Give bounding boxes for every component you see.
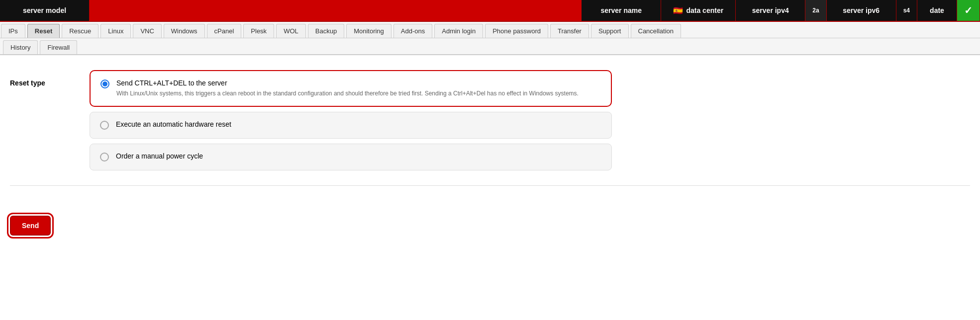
send-button[interactable]: Send bbox=[10, 216, 51, 236]
header-bar: server model server name 🇪🇸 data center … bbox=[0, 0, 980, 22]
header-spacer bbox=[90, 0, 582, 21]
divider bbox=[10, 185, 970, 186]
tab-plesk[interactable]: Plesk bbox=[243, 24, 274, 38]
tab-reset[interactable]: Reset bbox=[27, 24, 60, 38]
data-center-label: data center bbox=[686, 6, 723, 14]
tab-windows[interactable]: Windows bbox=[164, 24, 205, 38]
date-cell: date bbox=[917, 0, 957, 21]
ipv6-suffix-cell: s4 bbox=[896, 0, 917, 21]
server-model-label: server model bbox=[23, 6, 66, 14]
server-ipv4-label: server ipv4 bbox=[752, 6, 789, 14]
tab-linux[interactable]: Linux bbox=[100, 24, 131, 38]
tab-monitoring[interactable]: Monitoring bbox=[346, 24, 392, 38]
tab-row-2: HistoryFirewall bbox=[0, 38, 980, 55]
reset-option-ctrl-alt-del[interactable]: Send CTRL+ALT+DEL to the serverWith Linu… bbox=[90, 70, 612, 107]
ipv6-prefix: 2a bbox=[812, 7, 819, 14]
server-ipv6-label: server ipv6 bbox=[843, 6, 880, 14]
ipv6-suffix: s4 bbox=[903, 7, 910, 14]
tab-firewall[interactable]: Firewall bbox=[40, 40, 77, 54]
tab-transfer[interactable]: Transfer bbox=[550, 24, 589, 38]
tab-phone-password[interactable]: Phone password bbox=[485, 24, 548, 38]
radio-hardware-reset[interactable] bbox=[100, 121, 109, 130]
reset-option-power-cycle[interactable]: Order a manual power cycle bbox=[90, 144, 612, 170]
option-title-hardware-reset: Execute an automatic hardware reset bbox=[116, 120, 601, 128]
tab-ips[interactable]: IPs bbox=[1, 24, 25, 38]
tab-wol[interactable]: WOL bbox=[276, 24, 306, 38]
send-section: Send bbox=[0, 211, 980, 240]
main-content: Reset type Send CTRL+ALT+DEL to the serv… bbox=[0, 55, 980, 211]
server-model-cell: server model bbox=[0, 0, 90, 21]
tab-vnc[interactable]: VNC bbox=[133, 24, 161, 38]
data-center-flag: 🇪🇸 bbox=[673, 6, 683, 15]
tab-support[interactable]: Support bbox=[591, 24, 629, 38]
ipv6-prefix-cell: 2a bbox=[805, 0, 826, 21]
reset-section: Reset type Send CTRL+ALT+DEL to the serv… bbox=[10, 70, 970, 175]
radio-ctrl-alt-del[interactable] bbox=[100, 80, 109, 88]
data-center-cell: 🇪🇸 data center bbox=[661, 0, 736, 21]
tab-admin-login[interactable]: Admin login bbox=[434, 24, 483, 38]
tab-cancellation[interactable]: Cancellation bbox=[631, 24, 682, 38]
reset-option-hardware-reset[interactable]: Execute an automatic hardware reset bbox=[90, 112, 612, 139]
option-desc-ctrl-alt-del: With Linux/Unix systems, this triggers a… bbox=[116, 89, 601, 98]
tab-add-ons[interactable]: Add-ons bbox=[393, 24, 432, 38]
server-ipv4-cell: server ipv4 bbox=[736, 0, 805, 21]
checkmark-cell[interactable]: ✓ bbox=[957, 0, 980, 21]
tab-history[interactable]: History bbox=[3, 40, 38, 54]
server-ipv6-cell: server ipv6 bbox=[827, 0, 896, 21]
tab-rescue[interactable]: Rescue bbox=[62, 24, 98, 38]
radio-power-cycle[interactable] bbox=[100, 153, 109, 161]
option-title-ctrl-alt-del: Send CTRL+ALT+DEL to the server bbox=[116, 79, 601, 87]
option-title-power-cycle: Order a manual power cycle bbox=[116, 152, 601, 160]
reset-type-label: Reset type bbox=[10, 70, 90, 87]
server-name-label: server name bbox=[601, 6, 642, 14]
date-label: date bbox=[930, 6, 944, 14]
tab-backup[interactable]: Backup bbox=[308, 24, 344, 38]
checkmark-icon: ✓ bbox=[964, 4, 973, 16]
reset-options: Send CTRL+ALT+DEL to the serverWith Linu… bbox=[90, 70, 612, 175]
tab-cpanel[interactable]: cPanel bbox=[207, 24, 242, 38]
tab-row-1: IPsResetRescueLinuxVNCWindowscPanelPlesk… bbox=[0, 22, 980, 38]
server-name-cell: server name bbox=[582, 0, 661, 21]
